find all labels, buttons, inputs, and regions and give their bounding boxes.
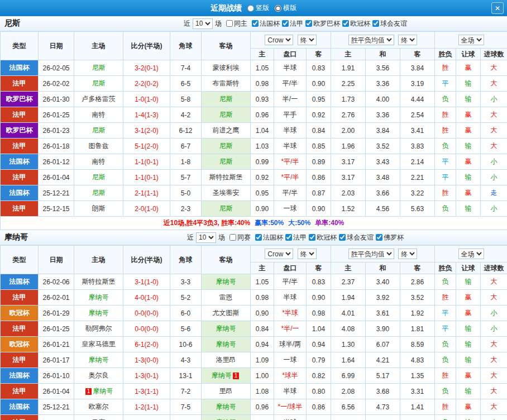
team-link[interactable]: 摩纳哥 (89, 309, 109, 317)
team-link[interactable]: 尼斯 (219, 204, 233, 212)
away-team-cell: 里昂 (202, 384, 251, 399)
layout-horizontal-option[interactable]: 横版 (275, 3, 296, 13)
team-link[interactable]: 南特 (92, 157, 106, 165)
team-link[interactable]: 皇家马德里 (82, 340, 116, 348)
league-checkbox[interactable] (342, 20, 349, 27)
team-link[interactable]: 奥尔良 (89, 371, 109, 379)
let-ball-cell: 输 (456, 352, 481, 368)
team-link[interactable]: 摩纳哥 (212, 371, 232, 379)
league-filter[interactable]: 欧冠杯 (342, 19, 370, 28)
team-link[interactable]: 摩纳哥 (216, 324, 236, 332)
team-link[interactable]: 布雷斯特 (213, 79, 240, 87)
close-icon[interactable]: ✕ (491, 2, 504, 14)
league-checkbox[interactable] (252, 20, 259, 27)
team-link[interactable]: 尼斯 (219, 157, 233, 165)
avg-final-select[interactable]: 终 (398, 35, 417, 45)
let-ball-cell: 赢 (456, 123, 481, 139)
away-team-cell: 尼斯 (202, 107, 251, 123)
team-link[interactable]: 雷恩 (219, 293, 233, 301)
odds-final-select[interactable]: 终 (298, 249, 317, 259)
league-checkbox[interactable] (282, 20, 289, 27)
team-link[interactable]: 前进之鹰 (213, 126, 240, 134)
team-link[interactable]: 摩纳哥 (216, 340, 236, 348)
same-filter[interactable]: 同主 (226, 19, 247, 28)
team-link[interactable]: 尼斯 (219, 95, 233, 103)
same-checkbox[interactable] (226, 20, 233, 27)
team-link[interactable]: 洛里昂 (216, 356, 236, 364)
team-link[interactable]: 尼斯 (92, 189, 106, 197)
team-header-bar: 尼斯 近 10 场 同主 法国杯法甲欧罗巴杯欧冠杯球会友谊 (0, 16, 507, 31)
team-link[interactable]: 尤文图斯 (213, 309, 240, 317)
team-link[interactable]: 圣埃蒂安 (213, 189, 240, 197)
corner-cell: 3-3 (170, 274, 202, 290)
team-link[interactable]: 蒙彼利埃 (213, 64, 240, 71)
league-checkbox[interactable] (285, 234, 292, 241)
same-checkbox[interactable] (229, 234, 236, 241)
team-link[interactable]: 摩纳哥 (216, 278, 236, 285)
bookmaker-select[interactable]: Crow (265, 249, 293, 259)
vertical-radio[interactable] (247, 5, 254, 12)
league-filter[interactable]: 欧冠杯 (309, 233, 337, 242)
team-link[interactable]: 斯特拉斯堡 (209, 173, 243, 181)
same-filter[interactable]: 同赛 (229, 233, 251, 242)
horizontal-radio[interactable] (275, 5, 281, 12)
avg-type-select[interactable]: 胜平负均值 (348, 249, 394, 259)
league-filter[interactable]: 球会友谊 (339, 233, 374, 242)
league-filter[interactable]: 欧罗巴杯 (305, 19, 340, 28)
team-link[interactable]: 朗斯 (92, 204, 106, 212)
score-cell: 3-1(1-0) (123, 274, 170, 290)
score-cell: 1-4(1-3) (123, 107, 170, 123)
league-filter[interactable]: 法国杯 (255, 233, 283, 242)
team-link[interactable]: 摩纳哥 (89, 356, 109, 364)
avg-home-cell: 2.08 (331, 384, 366, 399)
avg-home-cell: 4.01 (331, 306, 366, 321)
league-label: 球会友谊 (380, 19, 407, 28)
handicap-cell: *球半 (274, 368, 307, 384)
team-link[interactable]: 斯特拉斯堡 (82, 278, 116, 285)
full-match-select[interactable]: 全场 (458, 35, 484, 45)
match-count-select[interactable]: 10 (196, 232, 216, 243)
team-link[interactable]: 摩纳哥 (89, 293, 109, 301)
league-checkbox[interactable] (255, 234, 262, 241)
avg-type-select[interactable]: 胜平负均值 (348, 35, 394, 45)
league-checkbox[interactable] (372, 20, 379, 27)
full-match-select[interactable]: 全场 (458, 249, 484, 259)
team-link[interactable]: 南特 (92, 111, 106, 118)
team-link[interactable]: 欧塞尔 (89, 403, 109, 411)
team-link[interactable]: 尼斯 (219, 142, 233, 150)
odds-final-select[interactable]: 终 (298, 35, 317, 45)
odds-home-cell: 0.90 (251, 201, 274, 217)
team-link[interactable]: 里昂 (219, 387, 233, 395)
near-label: 近 (187, 233, 194, 242)
team-link[interactable]: 摩纳哥 (93, 387, 113, 395)
result-cell: 胜 (435, 185, 456, 201)
layout-vertical-option[interactable]: 竖版 (247, 3, 269, 13)
score-cell: 6-1(2-0) (123, 337, 170, 352)
team-link[interactable]: 尼斯 (92, 173, 106, 181)
team-link[interactable]: 尼斯 (92, 64, 106, 71)
match-count-select[interactable]: 10 (193, 18, 213, 29)
league-filter[interactable]: 法国杯 (252, 19, 280, 28)
league-filter[interactable]: 佛罗杯 (376, 233, 404, 242)
let-ball-cell: 赢 (456, 290, 481, 306)
league-checkbox[interactable] (305, 20, 312, 27)
league-checkbox[interactable] (339, 234, 346, 241)
team-link[interactable]: 图鲁兹 (89, 142, 109, 150)
league-checkbox[interactable] (376, 234, 382, 241)
team-link[interactable]: 尼斯 (219, 111, 233, 118)
league-filter[interactable]: 法甲 (285, 233, 307, 242)
avg-final-select[interactable]: 终 (398, 249, 417, 259)
team-link[interactable]: 尼斯 (92, 79, 106, 87)
team-link[interactable]: 卢多格雷茨 (82, 95, 116, 103)
team-link[interactable]: 勒阿弗尔 (85, 324, 112, 332)
avg-draw-cell: 3.92 (366, 290, 400, 306)
league-checkbox[interactable] (309, 234, 315, 241)
team-link[interactable]: 尼斯 (92, 126, 106, 134)
bookmaker-select[interactable]: Crow (265, 35, 293, 45)
team-link[interactable]: 摩纳哥 (216, 403, 236, 411)
result-cell: 平 (435, 321, 456, 337)
league-filter[interactable]: 球会友谊 (372, 19, 407, 28)
avg-home-cell: 2.76 (331, 107, 366, 123)
handicap-cell: 半球 (274, 123, 307, 139)
league-filter[interactable]: 法甲 (282, 19, 303, 28)
